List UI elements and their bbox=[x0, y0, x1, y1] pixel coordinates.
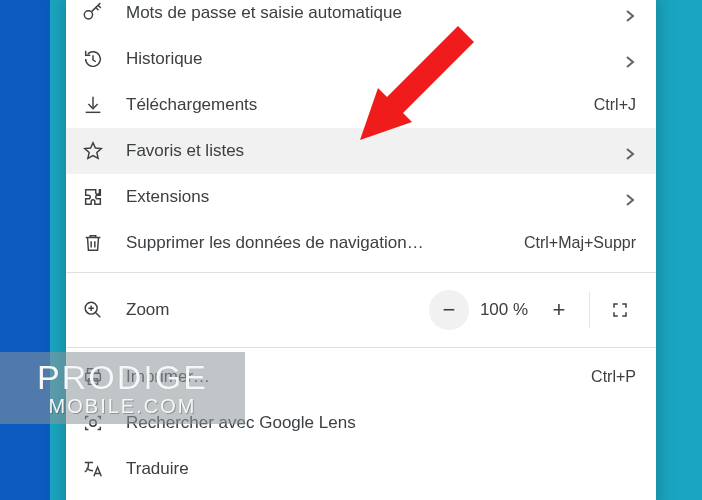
menu-item-passwords[interactable]: Mots de passe et saisie automatique bbox=[66, 0, 656, 36]
chevron-right-icon bbox=[624, 145, 636, 157]
menu-item-history[interactable]: Historique bbox=[66, 36, 656, 82]
star-icon bbox=[82, 140, 104, 162]
chevron-right-icon bbox=[624, 191, 636, 203]
menu-item-label: Favoris et listes bbox=[126, 141, 612, 161]
puzzle-icon bbox=[82, 186, 104, 208]
menu-item-label: Extensions bbox=[126, 187, 612, 207]
watermark-line2: MOBILE.COM bbox=[49, 396, 197, 416]
fullscreen-button[interactable] bbox=[600, 290, 640, 330]
menu-separator bbox=[66, 347, 656, 348]
menu-item-label: Supprimer les données de navigation… bbox=[126, 233, 512, 253]
zoom-label: Zoom bbox=[126, 300, 429, 320]
menu-item-zoom: Zoom − 100 % + bbox=[66, 279, 656, 341]
zoom-icon bbox=[82, 299, 104, 321]
menu-separator bbox=[66, 272, 656, 273]
download-icon bbox=[82, 94, 104, 116]
watermark-line1: PRODIGE bbox=[37, 360, 208, 394]
zoom-in-button[interactable]: + bbox=[539, 290, 579, 330]
watermark: PRODIGE MOBILE.COM bbox=[0, 352, 245, 424]
history-icon bbox=[82, 48, 104, 70]
chevron-right-icon bbox=[624, 7, 636, 19]
trash-icon bbox=[82, 232, 104, 254]
menu-item-bookmarks[interactable]: Favoris et listes bbox=[66, 128, 656, 174]
translate-icon bbox=[82, 458, 104, 480]
menu-item-translate[interactable]: Traduire bbox=[66, 446, 656, 492]
shortcut-label: Ctrl+P bbox=[591, 368, 636, 386]
zoom-out-button[interactable]: − bbox=[429, 290, 469, 330]
browser-menu-panel: Mots de passe et saisie automatique Hist… bbox=[66, 0, 656, 500]
menu-item-clear-data[interactable]: Supprimer les données de navigation… Ctr… bbox=[66, 220, 656, 266]
chevron-right-icon bbox=[624, 53, 636, 65]
menu-item-label: Historique bbox=[126, 49, 612, 69]
zoom-value: 100 % bbox=[469, 300, 539, 320]
menu-item-label: Téléchargements bbox=[126, 95, 582, 115]
menu-item-downloads[interactable]: Téléchargements Ctrl+J bbox=[66, 82, 656, 128]
zoom-divider bbox=[589, 292, 590, 328]
menu-item-label: Mots de passe et saisie automatique bbox=[126, 3, 612, 23]
shortcut-label: Ctrl+J bbox=[594, 96, 636, 114]
shortcut-label: Ctrl+Maj+Suppr bbox=[524, 234, 636, 252]
menu-item-extensions[interactable]: Extensions bbox=[66, 174, 656, 220]
menu-item-find[interactable]: Rechercher et modifier bbox=[66, 492, 656, 500]
svg-point-0 bbox=[84, 11, 92, 19]
menu-item-label: Traduire bbox=[126, 459, 636, 479]
key-icon bbox=[82, 2, 104, 24]
